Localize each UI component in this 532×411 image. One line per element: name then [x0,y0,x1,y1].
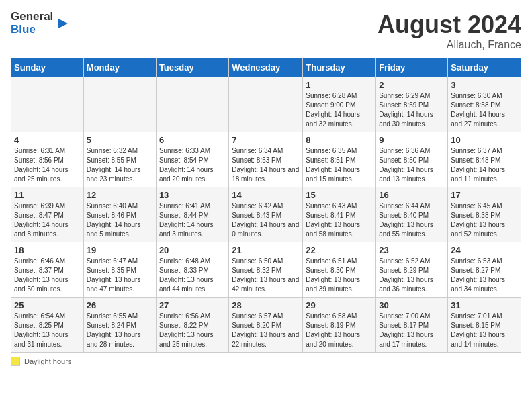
calendar-cell: 17Sunrise: 6:45 AM Sunset: 8:38 PM Dayli… [448,187,521,242]
calendar-cell: 3Sunrise: 6:30 AM Sunset: 8:58 PM Daylig… [448,77,521,132]
day-number: 13 [159,190,226,200]
calendar-cell: 27Sunrise: 6:56 AM Sunset: 8:22 PM Dayli… [156,298,228,353]
day-info: Sunrise: 6:36 AM Sunset: 8:50 PM Dayligh… [379,146,445,184]
legend: Daylight hours [11,357,521,366]
day-info: Sunrise: 6:30 AM Sunset: 8:58 PM Dayligh… [451,91,518,129]
day-info: Sunrise: 6:32 AM Sunset: 8:55 PM Dayligh… [87,146,153,184]
day-number: 10 [451,135,518,145]
weekday-header-tuesday: Tuesday [156,58,228,77]
day-number: 23 [379,245,445,255]
day-info: Sunrise: 7:01 AM Sunset: 8:15 PM Dayligh… [451,312,518,349]
day-number: 28 [232,300,300,310]
calendar-cell [83,77,156,132]
calendar-cell: 4Sunrise: 6:31 AM Sunset: 8:56 PM Daylig… [11,132,84,187]
weekday-header-monday: Monday [83,58,156,77]
day-info: Sunrise: 6:40 AM Sunset: 8:46 PM Dayligh… [87,201,153,239]
calendar-cell: 19Sunrise: 6:47 AM Sunset: 8:35 PM Dayli… [83,242,156,298]
day-number: 18 [14,245,81,255]
calendar-cell: 13Sunrise: 6:41 AM Sunset: 8:44 PM Dayli… [156,187,228,242]
page-header: General Blue August 2024 Allauch, France [11,11,521,51]
day-info: Sunrise: 6:48 AM Sunset: 8:33 PM Dayligh… [159,257,226,294]
day-info: Sunrise: 6:31 AM Sunset: 8:56 PM Dayligh… [14,146,81,184]
calendar-week-row: 4Sunrise: 6:31 AM Sunset: 8:56 PM Daylig… [11,132,521,187]
calendar-cell: 23Sunrise: 6:52 AM Sunset: 8:29 PM Dayli… [376,242,448,298]
calendar-cell: 31Sunrise: 7:01 AM Sunset: 8:15 PM Dayli… [448,298,521,353]
day-number: 5 [87,135,153,145]
day-info: Sunrise: 6:50 AM Sunset: 8:32 PM Dayligh… [232,257,300,294]
calendar-cell: 15Sunrise: 6:43 AM Sunset: 8:41 PM Dayli… [303,187,376,242]
day-number: 27 [159,300,226,310]
weekday-header-row: SundayMondayTuesdayWednesdayThursdayFrid… [11,58,521,77]
calendar-cell: 7Sunrise: 6:34 AM Sunset: 8:53 PM Daylig… [229,132,303,187]
day-number: 20 [159,245,226,255]
calendar-cell: 6Sunrise: 6:33 AM Sunset: 8:54 PM Daylig… [156,132,228,187]
calendar-table: SundayMondayTuesdayWednesdayThursdayFrid… [11,58,521,353]
day-number: 4 [14,135,81,145]
calendar-cell: 5Sunrise: 6:32 AM Sunset: 8:55 PM Daylig… [83,132,156,187]
calendar-cell: 20Sunrise: 6:48 AM Sunset: 8:33 PM Dayli… [156,242,228,298]
logo-general: General [11,11,53,24]
title-block: August 2024 Allauch, France [378,11,521,51]
day-number: 9 [379,135,445,145]
calendar-cell: 9Sunrise: 6:36 AM Sunset: 8:50 PM Daylig… [376,132,448,187]
day-info: Sunrise: 6:43 AM Sunset: 8:41 PM Dayligh… [306,201,373,239]
day-info: Sunrise: 6:47 AM Sunset: 8:35 PM Dayligh… [87,257,153,294]
calendar-cell: 2Sunrise: 6:29 AM Sunset: 8:59 PM Daylig… [376,77,448,132]
day-info: Sunrise: 6:39 AM Sunset: 8:47 PM Dayligh… [14,201,81,239]
day-info: Sunrise: 6:46 AM Sunset: 8:37 PM Dayligh… [14,257,81,294]
day-number: 15 [306,190,373,200]
day-number: 22 [306,245,373,255]
calendar-cell: 25Sunrise: 6:54 AM Sunset: 8:25 PM Dayli… [11,298,84,353]
weekday-header-wednesday: Wednesday [229,58,303,77]
day-info: Sunrise: 6:35 AM Sunset: 8:51 PM Dayligh… [306,146,373,184]
day-number: 19 [87,245,153,255]
logo-arrow-icon [56,16,71,31]
calendar-cell: 21Sunrise: 6:50 AM Sunset: 8:32 PM Dayli… [229,242,303,298]
calendar-cell: 12Sunrise: 6:40 AM Sunset: 8:46 PM Dayli… [83,187,156,242]
day-info: Sunrise: 6:33 AM Sunset: 8:54 PM Dayligh… [159,146,226,184]
calendar-cell [229,77,303,132]
day-number: 29 [306,300,373,310]
day-number: 25 [14,300,81,310]
weekday-header-saturday: Saturday [448,58,521,77]
calendar-cell: 14Sunrise: 6:42 AM Sunset: 8:43 PM Dayli… [229,187,303,242]
day-number: 26 [87,300,153,310]
day-number: 7 [232,135,300,145]
calendar-cell: 8Sunrise: 6:35 AM Sunset: 8:51 PM Daylig… [303,132,376,187]
calendar-cell: 16Sunrise: 6:44 AM Sunset: 8:40 PM Dayli… [376,187,448,242]
day-info: Sunrise: 6:44 AM Sunset: 8:40 PM Dayligh… [379,201,445,239]
logo: General Blue [11,11,71,36]
calendar-cell: 26Sunrise: 6:55 AM Sunset: 8:24 PM Dayli… [83,298,156,353]
calendar-cell [156,77,228,132]
calendar-cell: 10Sunrise: 6:37 AM Sunset: 8:48 PM Dayli… [448,132,521,187]
day-number: 3 [451,80,518,90]
calendar-cell: 18Sunrise: 6:46 AM Sunset: 8:37 PM Dayli… [11,242,84,298]
day-info: Sunrise: 6:58 AM Sunset: 8:19 PM Dayligh… [306,312,373,349]
svg-marker-0 [58,19,68,28]
day-info: Sunrise: 6:41 AM Sunset: 8:44 PM Dayligh… [159,201,226,239]
calendar-cell: 24Sunrise: 6:53 AM Sunset: 8:27 PM Dayli… [448,242,521,298]
day-number: 6 [159,135,226,145]
calendar-week-row: 18Sunrise: 6:46 AM Sunset: 8:37 PM Dayli… [11,242,521,298]
day-info: Sunrise: 6:34 AM Sunset: 8:53 PM Dayligh… [232,146,300,184]
calendar-week-row: 25Sunrise: 6:54 AM Sunset: 8:25 PM Dayli… [11,298,521,353]
calendar-cell: 11Sunrise: 6:39 AM Sunset: 8:47 PM Dayli… [11,187,84,242]
day-info: Sunrise: 6:45 AM Sunset: 8:38 PM Dayligh… [451,201,518,239]
day-info: Sunrise: 6:57 AM Sunset: 8:20 PM Dayligh… [232,312,300,349]
weekday-header-sunday: Sunday [11,58,84,77]
day-info: Sunrise: 6:29 AM Sunset: 8:59 PM Dayligh… [379,91,445,129]
day-info: Sunrise: 7:00 AM Sunset: 8:17 PM Dayligh… [379,312,445,349]
day-number: 1 [306,80,373,90]
day-number: 31 [451,300,518,310]
weekday-header-friday: Friday [376,58,448,77]
day-info: Sunrise: 6:52 AM Sunset: 8:29 PM Dayligh… [379,257,445,294]
day-number: 2 [379,80,445,90]
calendar-week-row: 1Sunrise: 6:28 AM Sunset: 9:00 PM Daylig… [11,77,521,132]
calendar-cell: 29Sunrise: 6:58 AM Sunset: 8:19 PM Dayli… [303,298,376,353]
day-number: 8 [306,135,373,145]
day-number: 14 [232,190,300,200]
day-info: Sunrise: 6:51 AM Sunset: 8:30 PM Dayligh… [306,257,373,294]
calendar-cell [11,77,84,132]
day-info: Sunrise: 6:53 AM Sunset: 8:27 PM Dayligh… [451,257,518,294]
day-info: Sunrise: 6:56 AM Sunset: 8:22 PM Dayligh… [159,312,226,349]
